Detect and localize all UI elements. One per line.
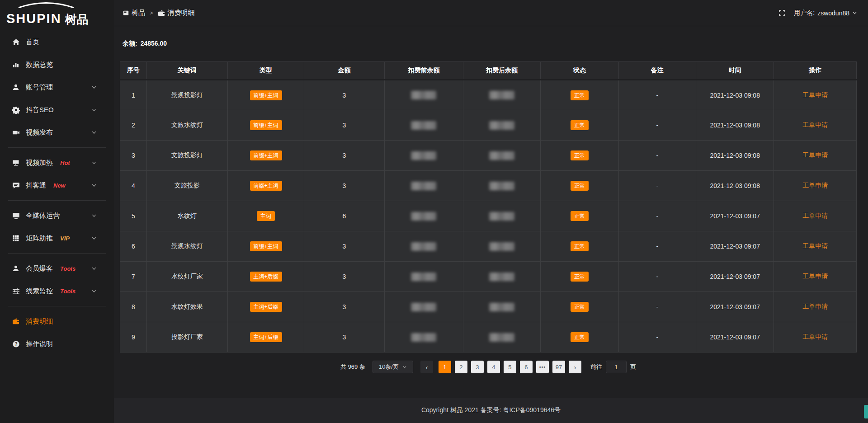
cell-status: 正常 xyxy=(541,80,619,110)
table-body: 1景观投影灯前缀+主词3正常-2021-12-03 09:08工单申请2文旅水纹… xyxy=(120,80,857,352)
cell-balance-after xyxy=(463,80,541,110)
cell-balance-before xyxy=(384,110,463,141)
redacted-balance xyxy=(411,212,436,221)
column-header: 关键词 xyxy=(146,62,227,80)
status-badge: 正常 xyxy=(571,272,589,282)
redacted-balance xyxy=(489,182,514,190)
monitor-icon xyxy=(12,212,20,220)
sidebar-item-label: 线索监控 xyxy=(26,287,53,296)
page-button-1[interactable]: 1 xyxy=(439,361,451,373)
cell-action: 工单申请 xyxy=(774,141,857,171)
chevron-down-icon xyxy=(91,160,97,165)
chevron-down-icon xyxy=(402,365,407,369)
home-icon xyxy=(12,38,20,46)
sidebar-item-home[interactable]: 首页 xyxy=(0,31,114,53)
page-button-97[interactable]: 97 xyxy=(552,361,565,373)
cell-balance-after xyxy=(463,110,541,141)
work-order-link[interactable]: 工单申请 xyxy=(802,333,828,340)
breadcrumb-item[interactable]: 树品 xyxy=(123,9,145,17)
cell-type: 前缀+主词 xyxy=(227,231,304,262)
column-header: 时间 xyxy=(696,62,774,80)
pagination-total: 共 969 条 xyxy=(340,363,365,371)
column-header: 扣费前余额 xyxy=(384,62,463,80)
work-order-link[interactable]: 工单申请 xyxy=(802,303,828,310)
cell-time: 2021-12-03 09:07 xyxy=(696,231,774,262)
wallet-icon xyxy=(158,9,165,17)
redacted-balance xyxy=(489,303,514,311)
sidebar-divider xyxy=(8,306,106,306)
sidebar-item-video-publish[interactable]: 视频发布 xyxy=(0,121,114,144)
column-header: 备注 xyxy=(618,62,696,80)
type-badge: 前缀+主词 xyxy=(250,241,282,251)
sidebar-item-video-heat[interactable]: 视频加热Hot xyxy=(0,151,114,174)
cell-time: 2021-12-03 09:08 xyxy=(696,80,774,110)
cell-keyword: 投影灯厂家 xyxy=(146,322,227,352)
next-page-button[interactable]: › xyxy=(569,361,581,373)
sidebar-item-label: 首页 xyxy=(26,38,39,47)
cell-time: 2021-12-03 09:08 xyxy=(696,110,774,141)
work-order-link[interactable]: 工单申请 xyxy=(802,91,828,99)
copyright-text: Copyright 树品 2021 备案号: 粤ICP备09019646号 xyxy=(421,406,561,414)
cell-action: 工单申请 xyxy=(774,80,857,110)
sidebar-item-data-overview[interactable]: 数据总览 xyxy=(0,53,114,76)
goto-page-input[interactable] xyxy=(606,361,627,373)
page-size-select[interactable]: 10条/页 xyxy=(373,361,413,373)
app-window: SHUPIN 树品 首页数据总览账号管理抖音SEO视频发布视频加热Hot抖客通N… xyxy=(0,0,868,423)
sidebar-item-douyin-seo[interactable]: 抖音SEO xyxy=(0,99,114,121)
work-order-link[interactable]: 工单申请 xyxy=(802,121,828,128)
sidebar-item-instructions[interactable]: ?操作说明 xyxy=(0,333,114,355)
app-icon xyxy=(123,10,129,16)
cell-index: 8 xyxy=(120,292,147,322)
work-order-link[interactable]: 工单申请 xyxy=(802,242,828,249)
fullscreen-icon[interactable] xyxy=(778,9,786,17)
cell-status: 正常 xyxy=(541,231,619,262)
cell-time: 2021-12-03 09:08 xyxy=(696,141,774,171)
work-order-link[interactable]: 工单申请 xyxy=(802,273,828,280)
table-row: 2文旅水纹灯前缀+主词3正常-2021-12-03 09:08工单申请 xyxy=(120,110,857,141)
cell-balance-before xyxy=(384,201,463,231)
cell-index: 6 xyxy=(120,231,147,262)
table-row: 1景观投影灯前缀+主词3正常-2021-12-03 09:08工单申请 xyxy=(120,80,857,110)
user-dropdown[interactable]: 用户名: zswodun88 xyxy=(794,9,857,17)
sidebar-item-consumption-detail[interactable]: 消费明细 xyxy=(0,310,114,333)
cell-type: 前缀+主词 xyxy=(227,110,304,141)
page-button-4[interactable]: 4 xyxy=(487,361,500,373)
cell-action: 工单申请 xyxy=(774,171,857,201)
status-badge: 正常 xyxy=(571,211,589,221)
cell-balance-before xyxy=(384,231,463,262)
chevron-down-icon xyxy=(852,10,857,15)
sidebar-item-matrix-boost[interactable]: 矩阵助推VIP xyxy=(0,227,114,249)
cell-keyword: 水纹灯厂家 xyxy=(146,262,227,292)
work-order-link[interactable]: 工单申请 xyxy=(802,212,828,219)
table-row: 9投影灯厂家主词+后缀3正常-2021-12-03 09:07工单申请 xyxy=(120,322,857,352)
page-button-3[interactable]: 3 xyxy=(471,361,484,373)
brand-logo: SHUPIN 树品 xyxy=(0,0,114,28)
work-order-link[interactable]: 工单申请 xyxy=(802,182,828,189)
page-button-6[interactable]: 6 xyxy=(520,361,533,373)
chat-widget-sliver[interactable] xyxy=(864,405,868,418)
sidebar-item-tag: Tools xyxy=(60,288,75,295)
sidebar-item-account-management[interactable]: 账号管理 xyxy=(0,76,114,99)
sidebar-item-tag: Tools xyxy=(60,265,75,272)
sidebar-item-douketong[interactable]: 抖客通New xyxy=(0,174,114,197)
sidebar-item-clue-monitor[interactable]: 线索监控Tools xyxy=(0,280,114,302)
breadcrumb-item[interactable]: 消费明细 xyxy=(158,9,195,17)
cell-index: 5 xyxy=(120,201,147,231)
cell-remark: - xyxy=(618,110,696,141)
redacted-balance xyxy=(489,212,514,221)
redacted-balance xyxy=(411,182,436,190)
sidebar-item-media-operation[interactable]: 全媒体运营 xyxy=(0,204,114,227)
page-ellipsis[interactable]: ••• xyxy=(536,361,549,373)
table-row: 4文旅投影前缀+主词3正常-2021-12-03 09:08工单申请 xyxy=(120,171,857,201)
cell-time: 2021-12-03 09:07 xyxy=(696,262,774,292)
sidebar-item-label: 会员爆客 xyxy=(26,264,53,273)
sidebar-item-member-burst[interactable]: 会员爆客Tools xyxy=(0,257,114,280)
page-button-2[interactable]: 2 xyxy=(455,361,467,373)
prev-page-button[interactable]: ‹ xyxy=(420,361,433,373)
chevron-down-icon xyxy=(91,213,97,218)
page-button-5[interactable]: 5 xyxy=(504,361,516,373)
balance-label: 余额: xyxy=(123,40,137,47)
cell-amount: 3 xyxy=(304,262,385,292)
cell-status: 正常 xyxy=(541,171,619,201)
work-order-link[interactable]: 工单申请 xyxy=(802,151,828,159)
